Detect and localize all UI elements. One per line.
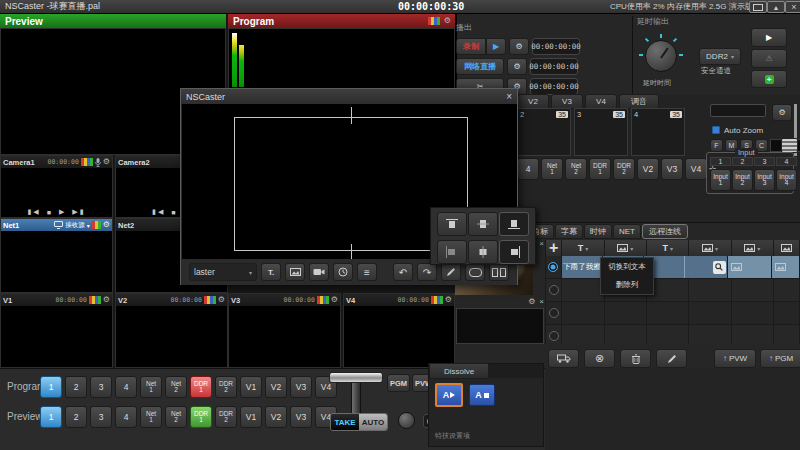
row1-cell-5[interactable] [728, 256, 772, 278]
tab-v3[interactable]: V3 [551, 94, 583, 109]
delay-add-button[interactable]: + [751, 70, 787, 88]
close-window-button[interactable]: × [785, 1, 800, 13]
v1-gear-icon[interactable]: ⚙ [103, 296, 110, 304]
pvw-bus-v2[interactable]: V2 [265, 406, 287, 428]
source-v3[interactable]: V3 [661, 158, 683, 180]
delay-knob[interactable] [643, 38, 679, 74]
search-button[interactable] [713, 261, 726, 274]
skip-end-icon[interactable]: ▶▮ [72, 208, 85, 216]
delay-warning-button[interactable]: ⚠ [751, 49, 787, 68]
undo-button[interactable]: ↶ [393, 263, 413, 281]
tbar-stem[interactable] [351, 381, 361, 415]
col-image-4[interactable] [774, 240, 800, 256]
link-button[interactable] [465, 263, 485, 281]
col-image-3[interactable]: ▾ [732, 240, 774, 256]
zoom-text-field[interactable] [710, 104, 766, 117]
thumb-4[interactable]: 4 35 [631, 108, 685, 156]
pvw-bus-ddr2[interactable]: DDR2 [215, 406, 237, 428]
v1-monitor[interactable]: V1 00:00:00 ⚙ [0, 293, 113, 368]
cancel-button[interactable]: ⊗ [584, 349, 615, 368]
add-image-button[interactable] [285, 263, 305, 281]
row1-radio[interactable] [548, 262, 558, 272]
skip-start-icon[interactable]: ▮◀ [152, 208, 165, 216]
pvw-bus-1[interactable]: 1 [40, 406, 62, 428]
net1-monitor[interactable]: Net1 接收源 ▾ ⚙ [0, 218, 113, 293]
v3-monitor[interactable]: V3 00:00:00 ⚙ [228, 293, 341, 368]
cg-item2-close-icon[interactable]: × [539, 298, 544, 306]
mic-icon[interactable] [95, 158, 101, 167]
dialog-close-icon[interactable]: × [506, 91, 512, 102]
table-row[interactable] [546, 279, 800, 302]
send-truck-button[interactable] [548, 349, 579, 368]
pgm-bus-1[interactable]: 1 [40, 376, 62, 398]
v4-gear-icon[interactable]: ⚙ [445, 296, 452, 304]
align-left-button[interactable] [437, 240, 467, 264]
pgm-bus-2[interactable]: 2 [65, 376, 87, 398]
pvw-bus-4[interactable]: 4 [115, 406, 137, 428]
zoom-gear-icon[interactable]: ⚙ [772, 104, 792, 121]
tab-v2[interactable]: V2 [517, 94, 549, 109]
col-image-2[interactable]: ▾ [689, 240, 731, 256]
pgm-bus-v2[interactable]: V2 [265, 376, 287, 398]
row1-cell-4[interactable] [685, 256, 727, 278]
program-settings-gear-icon[interactable]: ⚙ [444, 17, 451, 25]
netlive-gear-icon[interactable]: ⚙ [507, 58, 527, 75]
row4-radio[interactable] [549, 331, 559, 341]
send-to-pgm-button[interactable]: ↑PGM [760, 349, 800, 368]
pvw-bus-v1[interactable]: V1 [240, 406, 262, 428]
input-3-button[interactable]: Input3 [754, 169, 775, 191]
v4-monitor[interactable]: V4 00:00:00 ⚙ [343, 293, 455, 368]
pgm-bus-4[interactable]: 4 [115, 376, 137, 398]
tab-clock[interactable]: 时钟 [584, 224, 612, 239]
net1-gear-icon[interactable]: ⚙ [103, 221, 110, 229]
restore-window-button[interactable] [749, 1, 767, 13]
source-4[interactable]: 4 [517, 158, 539, 180]
record-play-icon[interactable]: ▶ [486, 38, 506, 55]
add-text-button[interactable]: T. [261, 263, 281, 281]
v2-monitor[interactable]: V2 00:00:00 ⚙ [115, 293, 228, 368]
cg-item2-gear-icon[interactable]: ⚙ [528, 298, 535, 306]
source-v2[interactable]: V2 [637, 158, 659, 180]
row1-cell-6[interactable] [772, 256, 800, 278]
net1-source-label[interactable]: 接收源 [65, 221, 85, 230]
pvw-bus-3[interactable]: 3 [90, 406, 112, 428]
input-2-button[interactable]: Input2 [732, 169, 753, 191]
tab-dissolve[interactable]: Dissolve [429, 363, 489, 379]
pgm-bus-v1[interactable]: V1 [240, 376, 262, 398]
safe-channel-select[interactable]: DDR2 ▾ [699, 48, 741, 65]
stop-icon[interactable]: ■ [171, 209, 177, 216]
row2-radio[interactable] [549, 285, 559, 295]
pgm-bus-ddr1[interactable]: DDR1 [190, 376, 212, 398]
pvw-bus-ddr1[interactable]: DDR1 [190, 406, 212, 428]
camera1-monitor[interactable]: Camera1 00:00:00 ⚙ ▮◀ ■ ▶ ▶▮ [0, 155, 113, 218]
source-ddr1[interactable]: DDR1 [589, 158, 611, 180]
align-bottom-button[interactable] [499, 212, 529, 236]
col-text-1[interactable]: T▾ [562, 240, 604, 256]
redo-button[interactable]: ↷ [417, 263, 437, 281]
edit-button[interactable] [656, 349, 687, 368]
input-4-button[interactable]: Input4 [776, 169, 797, 191]
record-button[interactable]: 录制 [456, 38, 486, 55]
menu-item-delete-column[interactable]: 删除列 [601, 276, 653, 294]
col-text-2[interactable]: T▾ [647, 240, 689, 256]
v3-gear-icon[interactable]: ⚙ [331, 296, 338, 304]
pvw-bus-net2[interactable]: Net2 [165, 406, 187, 428]
auto-button[interactable]: AUTO [359, 414, 387, 430]
source-net1[interactable]: Net1 [541, 158, 563, 180]
input-1-button[interactable]: Input1 [710, 169, 731, 191]
duration-knob[interactable] [398, 412, 415, 429]
source-v4[interactable]: V4 [685, 158, 707, 180]
row1-text-cell[interactable]: 下雨了我擦 [562, 256, 603, 278]
camera1-gear-icon[interactable]: ⚙ [103, 158, 110, 166]
pvw-bus-net1[interactable]: Net1 [140, 406, 162, 428]
delete-button[interactable] [620, 349, 651, 368]
col-image-1[interactable]: ▾ [605, 240, 647, 256]
send-to-pvw-button[interactable]: ↑PVW [714, 349, 756, 368]
chevron-down-icon[interactable]: ▾ [87, 222, 90, 229]
eject-button[interactable]: ▲ [767, 1, 785, 13]
v2-gear-icon[interactable]: ⚙ [218, 296, 225, 304]
transition-dissolve-2[interactable]: A [469, 384, 495, 406]
play-icon[interactable]: ▶ [59, 208, 66, 216]
pgm-bus-net2[interactable]: Net2 [165, 376, 187, 398]
take-button[interactable]: TAKE [331, 414, 359, 430]
